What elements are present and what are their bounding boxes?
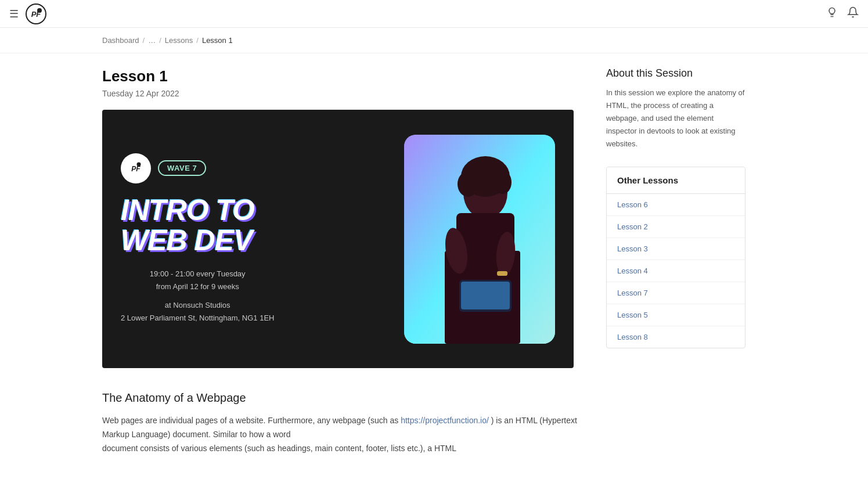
banner-subtitle: 19:00 - 21:00 every Tuesday from April 1… <box>121 268 274 325</box>
main-layout: Lesson 1 Tuesday 12 Apr 2022 PF WAVE 7 <box>0 53 868 469</box>
svg-point-2 <box>37 8 42 13</box>
svg-point-11 <box>494 171 512 194</box>
lessons-list: Lesson 6Lesson 2Lesson 3Lesson 4Lesson 7… <box>607 194 745 348</box>
notification-bell-icon[interactable] <box>847 6 859 21</box>
lesson-link-lesson-8[interactable]: Lesson 8 <box>607 326 745 348</box>
wave-badge: WAVE 7 <box>158 160 206 176</box>
lesson-link-lesson-2[interactable]: Lesson 2 <box>607 216 745 238</box>
lesson-banner: PF WAVE 7 INTRO TO WEB DEV 19:00 - 21:00… <box>102 110 574 368</box>
lesson-link-lesson-6[interactable]: Lesson 6 <box>607 194 745 216</box>
lesson-title: Lesson 1 <box>102 67 578 85</box>
pf-logo: PF <box>121 153 151 183</box>
lesson-link-lesson-7[interactable]: Lesson 7 <box>607 282 745 304</box>
lesson-date: Tuesday 12 Apr 2022 <box>102 89 578 98</box>
banner-title-line2: WEB DEV <box>121 225 254 256</box>
other-lessons-header: Other Lessons <box>607 167 745 194</box>
svg-point-6 <box>137 162 141 166</box>
svg-rect-18 <box>497 271 507 276</box>
other-lessons-card: Other Lessons Lesson 6Lesson 2Lesson 3Le… <box>606 167 745 348</box>
banner-left: PF WAVE 7 INTRO TO WEB DEV 19:00 - 21:00… <box>121 153 404 325</box>
hamburger-menu[interactable]: ☰ <box>9 8 19 20</box>
banner-person-image <box>404 135 555 344</box>
project-function-link[interactable]: https://projectfunction.io/ <box>401 416 489 425</box>
breadcrumb-sep1: / <box>143 36 145 45</box>
bulb-icon[interactable] <box>826 6 838 21</box>
breadcrumb-ellipsis: … <box>148 36 156 45</box>
lesson-link-lesson-4[interactable]: Lesson 4 <box>607 260 745 282</box>
banner-logo-area: PF WAVE 7 <box>121 153 206 183</box>
sidebar: About this Session In this session we ex… <box>606 67 745 455</box>
about-session-title: About this Session <box>606 67 745 80</box>
lesson-link-lesson-3[interactable]: Lesson 3 <box>607 238 745 260</box>
section-heading: The Anatomy of a Webpage <box>102 391 578 405</box>
about-session: About this Session In this session we ex… <box>606 67 745 150</box>
breadcrumb-current: Lesson 1 <box>202 36 233 45</box>
banner-title-line1: INTRO TO <box>121 195 254 226</box>
svg-rect-15 <box>461 282 510 309</box>
breadcrumb-lessons[interactable]: Lessons <box>165 36 193 45</box>
lesson-link-lesson-5[interactable]: Lesson 5 <box>607 304 745 326</box>
navbar-left: ☰ PF <box>9 3 46 24</box>
breadcrumb-dashboard[interactable]: Dashboard <box>102 36 139 45</box>
section-text: Web pages are individual pages of a webs… <box>102 414 578 455</box>
navbar-right <box>826 6 859 21</box>
breadcrumb: Dashboard / … / Lessons / Lesson 1 <box>0 28 868 53</box>
breadcrumb-sep3: / <box>196 36 199 45</box>
navbar: ☰ PF <box>0 0 868 28</box>
app-logo[interactable]: PF <box>26 3 46 24</box>
about-session-text: In this session we explore the anatomy o… <box>606 87 745 150</box>
svg-point-10 <box>458 171 478 197</box>
breadcrumb-sep2: / <box>159 36 161 45</box>
content-area: Lesson 1 Tuesday 12 Apr 2022 PF WAVE 7 <box>102 67 578 455</box>
